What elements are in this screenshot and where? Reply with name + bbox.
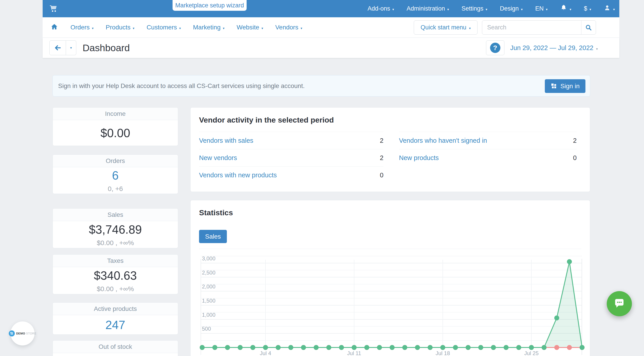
- active-products-value-link[interactable]: 247: [106, 318, 125, 332]
- income-value: $0.00: [100, 126, 130, 140]
- sales-subvalue: $0.00 , +∞%: [97, 239, 134, 247]
- nav-item-marketing[interactable]: Marketing: [193, 24, 224, 31]
- menu-addons[interactable]: Add-ons: [368, 5, 394, 12]
- menu-settings[interactable]: Settings: [462, 5, 488, 12]
- cs-cart-logo-icon: [9, 330, 15, 336]
- chevron-down-icon: [596, 44, 598, 52]
- nav-item-vendors-label: Vendors: [275, 24, 298, 31]
- chevron-down-icon: [613, 5, 615, 12]
- page-header-right: Jun 29, 2022 — Jul 29, 2022: [486, 40, 598, 55]
- date-range-selector[interactable]: Jun 29, 2022 — Jul 29, 2022: [510, 44, 598, 52]
- vendors-not-signed-in-value: 2: [573, 137, 577, 144]
- svg-text:500: 500: [202, 326, 211, 332]
- orders-value-link[interactable]: 6: [112, 168, 118, 182]
- cart-icon[interactable]: [49, 4, 58, 14]
- menu-language[interactable]: EN: [535, 5, 548, 12]
- chevron-down-icon: [70, 46, 72, 50]
- statistics-title: Statistics: [199, 208, 233, 217]
- menu-administration[interactable]: Administration: [406, 5, 449, 12]
- chevron-down-icon: [521, 5, 523, 12]
- sign-in-button[interactable]: Sign in: [545, 79, 586, 93]
- home-icon[interactable]: [50, 23, 58, 32]
- chevron-down-icon: [469, 24, 471, 31]
- nav-item-customers[interactable]: Customers: [146, 24, 181, 31]
- topbar: Marketplace setup wizard Add-ons Adminis…: [43, 0, 619, 17]
- nav-item-products-label: Products: [106, 24, 130, 31]
- active-products-card: Active products 247: [52, 302, 178, 335]
- vendors-with-sales-value: 2: [380, 137, 384, 144]
- chat-bubble-icon: [613, 298, 626, 310]
- chevron-down-icon: [92, 24, 94, 31]
- svg-text:2,000: 2,000: [202, 284, 216, 290]
- chevron-down-icon: [570, 5, 571, 12]
- taxes-value: $340.63: [94, 269, 137, 282]
- nav-item-customers-label: Customers: [146, 24, 177, 31]
- back-button[interactable]: [49, 40, 66, 55]
- main-menu: Orders Products Customers Marketing Webs…: [50, 17, 302, 38]
- chevron-down-icon: [486, 5, 488, 12]
- svg-text:Jul 25: Jul 25: [524, 350, 538, 356]
- sales-chart: 5001,0001,5002,0002,5003,000Jul 4Jul 11J…: [200, 256, 582, 356]
- notifications-menu[interactable]: [560, 4, 571, 13]
- chat-button[interactable]: [607, 291, 632, 316]
- chevron-down-icon: [133, 24, 135, 31]
- back-history-dropdown-button[interactable]: [66, 40, 76, 55]
- page-title: Dashboard: [82, 38, 130, 58]
- help-button[interactable]: [486, 40, 504, 55]
- orders-card-header: Orders: [53, 155, 178, 167]
- new-vendors-link[interactable]: New vendors: [199, 154, 237, 162]
- nav-item-marketing-label: Marketing: [193, 24, 220, 31]
- sign-in-label: Sign in: [560, 82, 580, 90]
- chevron-down-icon: [179, 24, 181, 31]
- topbar-menus: Add-ons Administration Settings Design E…: [368, 0, 615, 17]
- menu-language-label: EN: [535, 5, 544, 12]
- new-products-link[interactable]: New products: [399, 154, 439, 162]
- svg-text:Jul 4: Jul 4: [260, 350, 271, 356]
- arrow-left-icon: [54, 44, 62, 52]
- search-input[interactable]: [482, 21, 581, 34]
- currency-menu[interactable]: $: [584, 5, 591, 12]
- search-button[interactable]: [582, 21, 596, 34]
- vendor-activity-panel: Vendor activity in the selected period V…: [190, 107, 590, 192]
- vendors-with-new-products-link[interactable]: Vendors with new products: [199, 172, 277, 179]
- chevron-down-icon: [546, 5, 548, 12]
- nav-item-orders[interactable]: Orders: [70, 24, 94, 31]
- chevron-down-icon: [392, 5, 394, 12]
- svg-text:1,000: 1,000: [202, 312, 216, 318]
- chevron-down-icon: [590, 5, 591, 12]
- marketplace-setup-wizard-button[interactable]: Marketplace setup wizard: [172, 0, 246, 11]
- tab-sales[interactable]: Sales: [199, 230, 227, 243]
- list-item: New vendors 2: [199, 149, 384, 166]
- out-of-stock-card-header: Out of stock: [53, 340, 178, 353]
- list-item: Vendors with new products 0: [199, 166, 384, 184]
- list-item: Vendors who haven't signed in 2: [399, 132, 577, 149]
- vendors-not-signed-in-link[interactable]: Vendors who haven't signed in: [399, 137, 487, 144]
- menu-administration-label: Administration: [406, 5, 445, 12]
- taxes-card: Taxes $340.63 $0.00 , +∞%: [52, 254, 178, 294]
- demo-store-badge[interactable]: DEMO STORE: [10, 322, 34, 346]
- taxes-card-header: Taxes: [53, 254, 178, 267]
- tab-divider: [199, 249, 582, 249]
- vendor-activity-right-column: Vendors who haven't signed in 2 New prod…: [399, 132, 577, 166]
- menu-design[interactable]: Design: [500, 5, 523, 12]
- user-menu[interactable]: [604, 4, 615, 13]
- menu-design-label: Design: [500, 5, 519, 12]
- chevron-down-icon: [223, 24, 224, 31]
- menu-addons-label: Add-ons: [368, 5, 390, 12]
- nav-item-vendors[interactable]: Vendors: [275, 24, 302, 31]
- sales-value: $3,746.89: [89, 223, 142, 236]
- date-range-label: Jun 29, 2022 — Jul 29, 2022: [510, 44, 594, 52]
- app-window: Marketplace setup wizard Add-ons Adminis…: [43, 0, 619, 356]
- nav-item-website[interactable]: Website: [237, 24, 263, 31]
- helpdesk-banner-text: Sign in with your Help Desk account to a…: [58, 76, 305, 96]
- cs-cart-logo-icon: [551, 83, 558, 90]
- svg-text:1,500: 1,500: [202, 298, 216, 304]
- chevron-down-icon: [447, 5, 449, 12]
- search-box: [482, 20, 596, 34]
- nav-item-products[interactable]: Products: [106, 24, 134, 31]
- vendors-with-sales-link[interactable]: Vendors with sales: [199, 137, 253, 144]
- sales-card: Sales $3,746.89 $0.00 , +∞%: [52, 208, 178, 248]
- svg-text:2,500: 2,500: [202, 270, 216, 276]
- quick-start-menu-button[interactable]: Quick start menu: [414, 20, 478, 34]
- vendor-activity-left-column: Vendors with sales 2 New vendors 2 Vendo…: [199, 132, 384, 184]
